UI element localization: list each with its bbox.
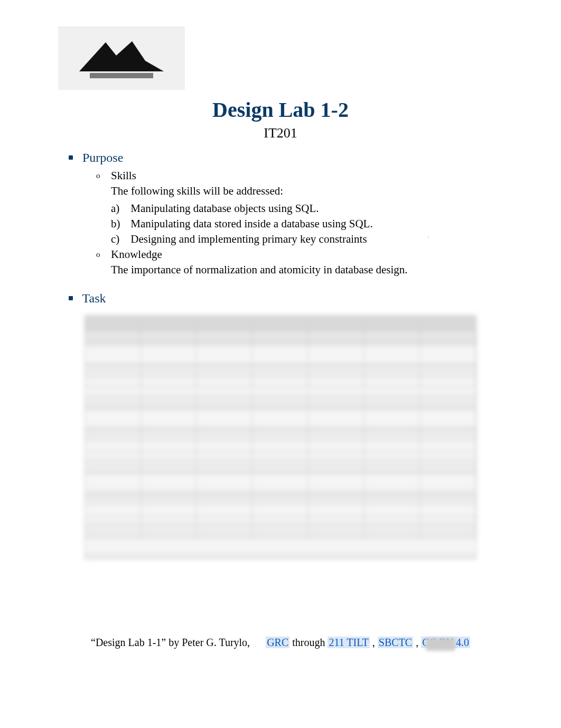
stray-period: . <box>428 234 429 238</box>
ordered-marker-a: a) <box>111 202 128 215</box>
sub-item-knowledge: o Knowledge <box>111 248 508 261</box>
footer-mid3: , <box>416 637 421 648</box>
ordered-item-a: a) Manipulating database objects using S… <box>111 202 508 215</box>
knowledge-text: The importance of normalization and atom… <box>111 263 508 277</box>
ordered-text-a: Manipulating database objects using SQL. <box>130 202 319 215</box>
section-task-label: Task <box>82 291 106 305</box>
knowledge-label: Knowledge <box>111 248 162 261</box>
skills-intro: The following skills will be addressed: <box>111 185 508 198</box>
table-row <box>85 365 476 386</box>
sub-item-skills: o Skills <box>111 169 508 182</box>
table-row <box>85 430 476 451</box>
footer-mid2: , <box>372 637 378 648</box>
attribution-footer: “Design Lab 1-1” by Peter G. Turylo, GRC… <box>0 637 561 649</box>
footer-link-grc[interactable]: GRC <box>266 637 289 648</box>
bullet-icon <box>69 155 73 160</box>
table-row <box>85 343 476 365</box>
table-row <box>85 517 476 538</box>
footer-link-tilt[interactable]: 211 TILT <box>328 637 369 648</box>
ordered-item-c: c) Designing and implementing primary ke… <box>111 233 508 246</box>
table-row <box>85 408 476 430</box>
footer-link-sbctc[interactable]: SBCTC <box>378 637 413 648</box>
section-purpose-label: Purpose <box>82 151 123 164</box>
svg-rect-1 <box>90 73 153 78</box>
table-row <box>85 451 476 473</box>
svg-marker-0 <box>79 41 164 71</box>
circle-bullet-icon: o <box>96 250 100 259</box>
ordered-item-b: b) Manipulating data stored inside a dat… <box>111 217 508 231</box>
footer-prefix: “Design Lab 1-1” by Peter G. Turylo, <box>91 637 250 648</box>
footer-mid1: through <box>292 637 328 648</box>
blurred-table-image <box>85 315 476 559</box>
table-title-band <box>85 316 476 330</box>
table-columns-band <box>85 330 476 343</box>
section-purpose-heading: Purpose <box>79 151 508 165</box>
circle-bullet-icon: o <box>96 171 100 180</box>
ordered-text-c: Designing and implementing primary key c… <box>130 233 367 245</box>
mountain-logo-icon <box>69 32 174 85</box>
ordered-marker-c: c) <box>111 233 128 246</box>
section-task-heading: Task <box>79 291 508 306</box>
institution-logo <box>58 26 185 90</box>
ordered-text-b: Manipulating data stored inside a databa… <box>130 217 372 230</box>
page-title: Design Lab 1-2 <box>53 97 508 122</box>
page-number-badge <box>426 638 455 651</box>
ordered-marker-b: b) <box>111 217 128 231</box>
skills-label: Skills <box>111 169 136 182</box>
bullet-icon <box>69 296 73 300</box>
table-row <box>85 495 476 517</box>
table-row <box>85 386 476 408</box>
table-row <box>85 473 476 495</box>
page-subtitle: IT201 <box>53 125 508 141</box>
